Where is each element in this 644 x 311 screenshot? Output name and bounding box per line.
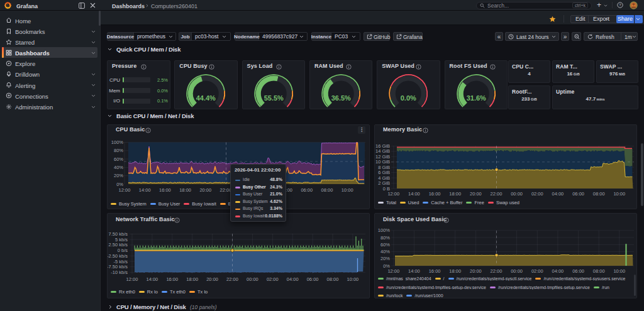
svg-text:04:00: 04:00	[552, 191, 564, 197]
svg-text:22:00: 22:00	[226, 276, 238, 282]
svg-text:12:00: 12:00	[119, 187, 131, 193]
svg-text:20:00: 20:00	[199, 187, 211, 193]
svg-text:20%: 20%	[114, 173, 123, 178]
svg-text:00:00: 00:00	[511, 268, 523, 274]
svg-text:36.5%: 36.5%	[331, 94, 351, 102]
svg-text:16:00: 16:00	[429, 191, 441, 197]
svg-text:-7.50 kb/s: -7.50 kb/s	[108, 264, 128, 270]
svg-text:2 GiB: 2 GiB	[378, 180, 390, 186]
svg-text:12 GiB: 12 GiB	[375, 154, 390, 160]
svg-text:-10 kb/s: -10 kb/s	[111, 270, 128, 275]
svg-text:00:00: 00:00	[247, 276, 258, 282]
svg-text:06:00: 06:00	[572, 191, 584, 197]
svg-text:10:00: 10:00	[341, 187, 353, 193]
svg-text:40%: 40%	[114, 165, 123, 170]
svg-text:10:00: 10:00	[613, 191, 625, 197]
svg-text:-5 kb/s: -5 kb/s	[113, 259, 128, 265]
svg-text:04:00: 04:00	[552, 268, 564, 274]
svg-text:-2.50 kb/s: -2.50 kb/s	[108, 253, 128, 259]
svg-text:7.50 kb/s: 7.50 kb/s	[109, 231, 128, 237]
svg-text:06:00: 06:00	[307, 276, 319, 282]
svg-text:20:00: 20:00	[206, 276, 218, 282]
svg-text:16:00: 16:00	[166, 276, 178, 282]
svg-text:8 GiB: 8 GiB	[378, 165, 390, 170]
svg-text:31.6%: 31.6%	[466, 94, 486, 102]
svg-text:02:00: 02:00	[531, 191, 543, 197]
svg-text:4 GiB: 4 GiB	[378, 175, 390, 181]
svg-text:18:00: 18:00	[449, 268, 461, 274]
svg-text:2.50 kb/s: 2.50 kb/s	[109, 242, 128, 248]
svg-text:16:00: 16:00	[159, 187, 171, 193]
svg-text:55.5%: 55.5%	[264, 94, 283, 102]
svg-text:5 kb/s: 5 kb/s	[115, 237, 128, 243]
svg-text:60%: 60%	[114, 156, 123, 162]
svg-text:16:00: 16:00	[429, 268, 441, 274]
svg-text:0.0%: 0.0%	[401, 94, 416, 102]
svg-text:14:00: 14:00	[139, 187, 151, 193]
svg-text:18:00: 18:00	[449, 191, 461, 197]
svg-text:80%: 80%	[380, 235, 390, 241]
svg-text:12:00: 12:00	[126, 276, 138, 282]
svg-text:6 GiB: 6 GiB	[378, 170, 390, 175]
svg-text:100%: 100%	[111, 139, 124, 145]
svg-text:14:00: 14:00	[408, 268, 420, 274]
svg-text:44.4%: 44.4%	[196, 94, 216, 102]
svg-text:16 GiB: 16 GiB	[375, 143, 390, 149]
svg-text:06:00: 06:00	[572, 268, 584, 274]
svg-text:?: ?	[619, 3, 621, 7]
svg-text:20%: 20%	[380, 256, 390, 261]
svg-text:08:00: 08:00	[327, 276, 339, 282]
svg-text:12:00: 12:00	[387, 191, 399, 197]
svg-text:02:00: 02:00	[531, 268, 543, 274]
svg-text:22:00: 22:00	[491, 268, 502, 274]
svg-text:02:00: 02:00	[267, 276, 279, 282]
svg-text:04:00: 04:00	[287, 276, 299, 282]
svg-text:18:00: 18:00	[179, 187, 191, 193]
svg-text:20:00: 20:00	[470, 268, 482, 274]
svg-text:100%: 100%	[378, 227, 391, 233]
svg-text:12:00: 12:00	[387, 268, 399, 274]
svg-text:60%: 60%	[380, 242, 390, 248]
svg-text:00:00: 00:00	[511, 191, 523, 197]
svg-text:06:00: 06:00	[301, 187, 313, 193]
svg-text:0 b/s: 0 b/s	[118, 248, 128, 253]
svg-text:10:00: 10:00	[347, 276, 359, 282]
svg-text:0%: 0%	[116, 182, 123, 187]
svg-text:80%: 80%	[114, 148, 123, 153]
svg-text:08:00: 08:00	[593, 191, 605, 197]
svg-text:40%: 40%	[380, 249, 390, 254]
svg-text:14:00: 14:00	[408, 191, 420, 197]
svg-text:20:00: 20:00	[470, 191, 482, 197]
svg-text:10:00: 10:00	[613, 268, 625, 274]
svg-text:10 GiB: 10 GiB	[375, 159, 390, 165]
svg-text:08:00: 08:00	[593, 268, 605, 274]
svg-text:14 GiB: 14 GiB	[375, 148, 390, 154]
svg-text:14:00: 14:00	[147, 276, 158, 282]
svg-text:22:00: 22:00	[491, 191, 502, 197]
svg-text:18:00: 18:00	[186, 276, 198, 282]
svg-text:08:00: 08:00	[321, 187, 333, 193]
